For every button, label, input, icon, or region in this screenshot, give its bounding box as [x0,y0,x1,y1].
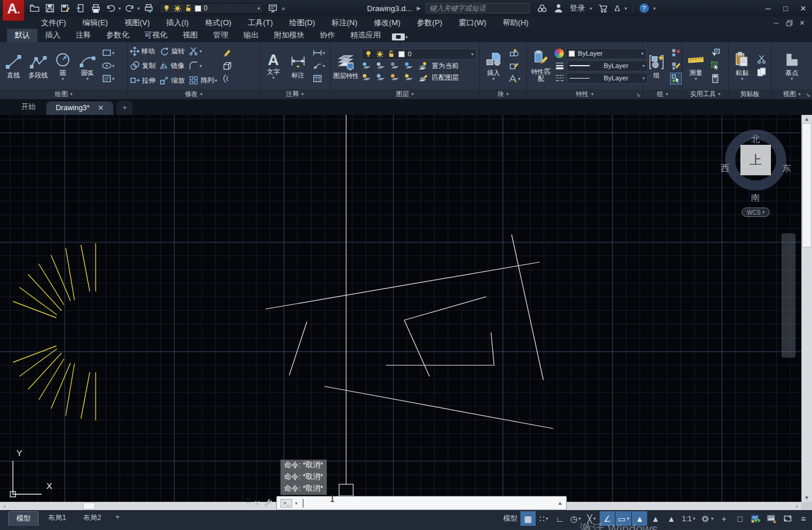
layer-lock-icon[interactable] [404,61,414,72]
scale-button[interactable]: 缩放 [159,75,185,86]
doc-restore-button[interactable] [783,18,796,28]
lineweight-dropdown[interactable]: ByLayer▾ [567,60,648,72]
layer-freeze-icon[interactable] [390,61,400,72]
redo-dropdown[interactable]: ▾ [137,6,140,11]
autodesk-360-icon[interactable]: Δ [614,4,620,13]
ribbon-tab-6[interactable]: 管理 [205,29,236,42]
array-button[interactable]: 阵列▾ [188,75,217,86]
mirror-button[interactable]: 镜像 [159,61,185,71]
hatch-icon[interactable] [102,73,112,84]
viewcube-west[interactable]: 西 [720,163,729,174]
fillet-button[interactable]: ▾ [188,60,217,71]
lineweight-icon[interactable] [554,60,565,71]
new-layout-button[interactable]: + [110,511,124,526]
snap-mode[interactable]: ∷▾ [536,511,552,526]
panel-display-icon[interactable] [392,33,405,40]
graphics-performance[interactable] [748,511,763,526]
base-view-button[interactable]: 基点▾ [780,50,804,81]
leader-icon[interactable] [312,60,323,71]
annotation-scale[interactable]: 1:1▾ [679,511,698,526]
layer-properties-button[interactable]: 图层特性 [332,52,360,80]
measure-button[interactable]: 测量▾ [684,50,708,81]
polyline-button[interactable]: 多段线 [26,53,50,79]
menu-item-10[interactable]: 窗口(W) [451,16,495,29]
panel-properties-footer[interactable]: 特性▾⇘ [527,89,642,99]
panel-display-dropdown[interactable]: ▾ [405,35,408,40]
scroll-right-icon[interactable]: › [792,502,801,510]
qat-more-button[interactable]: » [282,5,285,12]
quick-properties[interactable]: + [716,511,732,526]
help-icon[interactable]: ? [640,4,649,13]
minimize-button[interactable]: ─ [759,2,777,15]
rectangle-icon[interactable] [102,47,112,58]
isolate-objects[interactable]: □ [732,511,747,526]
show-motion-icon[interactable] [784,338,793,346]
cut-icon[interactable] [756,54,767,64]
prompt-dropdown-icon[interactable]: ▾ [295,501,297,506]
panel-utilities-footer[interactable]: 实用工具▾ [682,89,728,99]
attributes-icon[interactable] [508,73,518,84]
menu-item-8[interactable]: 修改(M) [366,16,409,29]
menu-item-1[interactable]: 编辑(E) [75,16,116,29]
layer-thaw-all-icon[interactable] [390,73,400,83]
point-select-icon[interactable] [710,60,720,71]
match-layer-icon[interactable] [418,73,428,83]
orbit-icon[interactable] [784,315,793,323]
maximize-button[interactable]: □ [777,2,794,15]
app-store-icon[interactable] [598,3,608,13]
workspace-switching[interactable]: ▾ [698,511,716,526]
layer-unlock-all-icon[interactable] [404,73,414,83]
layer-on-all-icon[interactable] [361,73,372,83]
offset-icon[interactable] [222,73,232,84]
panel-modify-footer[interactable]: 修改▾ [128,89,259,99]
app-logo-button[interactable]: A▾ [2,0,25,21]
steering-wheel-icon[interactable] [784,244,793,253]
tab-drawing3[interactable]: Drawing3* ✕ [46,101,113,115]
match-layer-button[interactable]: 匹配图层 [432,73,459,82]
erase-icon[interactable] [222,47,232,58]
wcs-menu[interactable]: WCS▾ [742,208,770,217]
redo-button[interactable] [123,2,136,14]
group-button[interactable]: 组 [645,53,668,79]
viewcube-south[interactable]: 南 [751,192,760,203]
menu-item-0[interactable]: 文件(F) [33,16,75,29]
ribbon-tab-2[interactable]: 注释 [68,29,99,42]
view-cube[interactable]: 北 南 西 东 上 [722,123,790,201]
layout-tab-2[interactable]: 布局2 [76,511,109,526]
layer-off-icon[interactable] [361,61,372,72]
panel-view-footer[interactable]: 视图▾⇘ [772,89,812,99]
customization-menu[interactable]: ≡ [796,511,811,526]
dimension-button[interactable]: 标注 [286,53,310,79]
undo-dropdown[interactable]: ▾ [119,6,121,11]
insert-block-button[interactable]: 插入▾ [482,50,505,81]
ribbon-tab-8[interactable]: 附加模块 [266,29,312,42]
clean-screen[interactable] [780,511,795,526]
command-line-dock[interactable]: ⁚⁚⁚⁚ ✕ >_ ▾ I ▲ [246,495,567,511]
set-current-button[interactable]: 置为当前 [432,62,459,70]
copy-clip-icon[interactable] [756,67,767,77]
scroll-left-icon[interactable]: ‹ [0,502,9,510]
linetype-icon[interactable] [554,73,565,83]
set-current-icon[interactable] [418,61,428,72]
help-dropdown[interactable]: ▾ [654,6,656,11]
menu-item-7[interactable]: 标注(N) [323,16,366,29]
paste-button[interactable]: 粘贴▾ [730,50,754,81]
ortho-mode[interactable]: ∟ [552,511,567,526]
explode-icon[interactable] [222,60,232,71]
move-button[interactable]: 移动 [130,46,155,56]
zoom-icon[interactable] [784,291,793,300]
user-icon[interactable] [553,3,564,13]
layer-dropdown[interactable]: 0▾ [361,49,476,60]
arc-button[interactable]: 圆弧▾ [76,50,99,81]
menu-item-11[interactable]: 帮助(H) [495,16,537,29]
viewcube-north[interactable]: 北 [751,134,760,145]
panel-draw-footer[interactable]: 绘图▾ [0,89,127,99]
layer-unisolate-icon[interactable] [375,73,386,83]
login-button[interactable]: 登录 [570,3,585,13]
new-drawing-button[interactable]: + [117,101,133,115]
view-launcher-icon[interactable]: ⇘ [806,92,810,98]
command-wrench-icon[interactable] [263,498,273,508]
save-as-button[interactable] [59,2,72,14]
command-grip-handle[interactable]: ⁚⁚⁚⁚ [246,500,251,506]
copy-button[interactable]: 复制 [130,60,155,71]
